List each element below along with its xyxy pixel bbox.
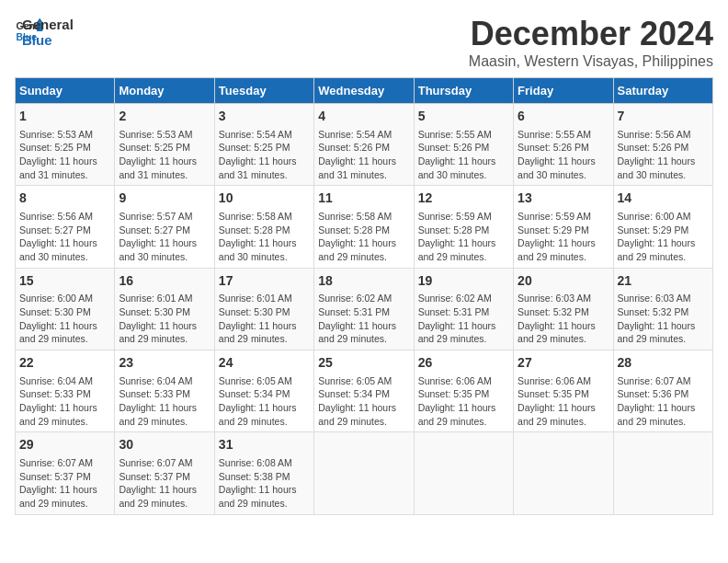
day-number: 9 [119,190,210,208]
col-header-sunday: Sunday [16,78,115,104]
day-number: 15 [19,272,110,291]
calendar-cell: 27Sunrise: 6:06 AMSunset: 5:35 PMDayligh… [514,350,613,432]
day-number: 6 [518,108,609,126]
calendar-cell: 3Sunrise: 5:54 AMSunset: 5:25 PMDaylight… [214,104,313,186]
day-number: 8 [19,190,110,208]
day-info: Sunrise: 6:04 AMSunset: 5:33 PMDaylight:… [119,374,210,429]
day-number: 2 [119,108,210,126]
calendar-cell: 6Sunrise: 5:55 AMSunset: 5:26 PMDaylight… [514,104,613,186]
day-info: Sunrise: 5:53 AMSunset: 5:25 PMDaylight:… [119,128,210,182]
col-header-friday: Friday [514,78,613,104]
day-info: Sunrise: 6:00 AMSunset: 5:29 PMDaylight:… [618,210,709,264]
calendar-cell: 18Sunrise: 6:02 AMSunset: 5:31 PMDayligh… [314,268,414,350]
day-number: 3 [219,108,310,126]
day-info: Sunrise: 6:01 AMSunset: 5:30 PMDaylight:… [119,292,210,346]
day-number: 29 [19,436,110,454]
day-number: 1 [19,108,110,126]
header: General Blue General Blue December 2024 … [15,15,713,70]
week-row-1: 1Sunrise: 5:53 AMSunset: 5:25 PMDaylight… [16,104,713,186]
calendar-cell: 19Sunrise: 6:02 AMSunset: 5:31 PMDayligh… [414,268,513,350]
logo-line1: General [22,17,74,32]
day-info: Sunrise: 6:03 AMSunset: 5:32 PMDaylight:… [618,292,709,346]
col-header-wednesday: Wednesday [314,78,414,104]
day-info: Sunrise: 5:55 AMSunset: 5:26 PMDaylight:… [418,128,509,182]
day-number: 5 [418,108,509,126]
day-number: 18 [318,272,409,291]
calendar-cell: 11Sunrise: 5:58 AMSunset: 5:28 PMDayligh… [314,186,414,268]
logo-line2: Blue [22,32,74,48]
calendar-cell [514,432,613,514]
week-row-4: 22Sunrise: 6:04 AMSunset: 5:33 PMDayligh… [16,350,713,432]
logo: General Blue General Blue [15,15,74,48]
calendar-cell: 14Sunrise: 6:00 AMSunset: 5:29 PMDayligh… [613,186,712,268]
calendar-cell: 31Sunrise: 6:08 AMSunset: 5:38 PMDayligh… [214,432,313,514]
main-title: December 2024 [469,15,713,53]
day-info: Sunrise: 6:01 AMSunset: 5:30 PMDaylight:… [219,292,310,346]
title-area: December 2024 Maasin, Western Visayas, P… [469,15,713,70]
day-number: 7 [618,108,709,126]
calendar-table: SundayMondayTuesdayWednesdayThursdayFrid… [15,77,713,515]
day-info: Sunrise: 6:06 AMSunset: 5:35 PMDaylight:… [518,374,609,429]
col-header-saturday: Saturday [613,78,712,104]
day-info: Sunrise: 6:06 AMSunset: 5:35 PMDaylight:… [418,374,509,429]
week-row-3: 15Sunrise: 6:00 AMSunset: 5:30 PMDayligh… [16,268,713,350]
calendar-cell: 5Sunrise: 5:55 AMSunset: 5:26 PMDaylight… [414,104,513,186]
week-row-5: 29Sunrise: 6:07 AMSunset: 5:37 PMDayligh… [16,432,713,514]
calendar-cell: 8Sunrise: 5:56 AMSunset: 5:27 PMDaylight… [16,186,115,268]
day-info: Sunrise: 6:08 AMSunset: 5:38 PMDaylight:… [219,456,310,511]
calendar-cell: 10Sunrise: 5:58 AMSunset: 5:28 PMDayligh… [214,186,313,268]
subtitle: Maasin, Western Visayas, Philippines [469,53,713,70]
day-info: Sunrise: 6:00 AMSunset: 5:30 PMDaylight:… [19,292,110,346]
calendar-cell: 30Sunrise: 6:07 AMSunset: 5:37 PMDayligh… [115,432,214,514]
day-number: 11 [318,190,409,208]
day-info: Sunrise: 5:54 AMSunset: 5:26 PMDaylight:… [318,128,409,182]
col-header-tuesday: Tuesday [214,78,313,104]
day-number: 27 [518,354,609,373]
day-number: 31 [219,436,310,454]
day-info: Sunrise: 6:05 AMSunset: 5:34 PMDaylight:… [318,374,409,429]
day-info: Sunrise: 6:07 AMSunset: 5:37 PMDaylight:… [19,456,110,511]
day-info: Sunrise: 5:56 AMSunset: 5:26 PMDaylight:… [618,128,709,182]
day-info: Sunrise: 5:59 AMSunset: 5:29 PMDaylight:… [518,210,609,264]
day-info: Sunrise: 5:58 AMSunset: 5:28 PMDaylight:… [219,210,310,264]
calendar-cell: 4Sunrise: 5:54 AMSunset: 5:26 PMDaylight… [314,104,414,186]
calendar-cell: 2Sunrise: 5:53 AMSunset: 5:25 PMDaylight… [115,104,214,186]
day-number: 13 [518,190,609,208]
day-info: Sunrise: 6:02 AMSunset: 5:31 PMDaylight:… [418,292,509,346]
day-number: 22 [19,354,110,373]
day-info: Sunrise: 6:02 AMSunset: 5:31 PMDaylight:… [318,292,409,346]
day-number: 23 [119,354,210,373]
calendar-cell: 26Sunrise: 6:06 AMSunset: 5:35 PMDayligh… [414,350,513,432]
calendar-cell: 17Sunrise: 6:01 AMSunset: 5:30 PMDayligh… [214,268,313,350]
day-info: Sunrise: 5:56 AMSunset: 5:27 PMDaylight:… [19,210,110,264]
day-info: Sunrise: 6:05 AMSunset: 5:34 PMDaylight:… [219,374,310,429]
day-info: Sunrise: 5:53 AMSunset: 5:25 PMDaylight:… [19,128,110,182]
day-number: 24 [219,354,310,373]
day-info: Sunrise: 5:55 AMSunset: 5:26 PMDaylight:… [518,128,609,182]
day-number: 30 [119,436,210,454]
calendar-cell: 21Sunrise: 6:03 AMSunset: 5:32 PMDayligh… [613,268,712,350]
calendar-cell: 16Sunrise: 6:01 AMSunset: 5:30 PMDayligh… [115,268,214,350]
calendar-body: 1Sunrise: 5:53 AMSunset: 5:25 PMDaylight… [16,104,713,515]
calendar-cell: 20Sunrise: 6:03 AMSunset: 5:32 PMDayligh… [514,268,613,350]
calendar-cell: 15Sunrise: 6:00 AMSunset: 5:30 PMDayligh… [16,268,115,350]
col-header-thursday: Thursday [414,78,513,104]
calendar-cell: 28Sunrise: 6:07 AMSunset: 5:36 PMDayligh… [613,350,712,432]
day-number: 19 [418,272,509,291]
day-info: Sunrise: 5:58 AMSunset: 5:28 PMDaylight:… [318,210,409,264]
day-number: 16 [119,272,210,291]
calendar-cell [613,432,712,514]
day-number: 17 [219,272,310,291]
week-row-2: 8Sunrise: 5:56 AMSunset: 5:27 PMDaylight… [16,186,713,268]
day-info: Sunrise: 5:54 AMSunset: 5:25 PMDaylight:… [219,128,310,182]
calendar-cell: 24Sunrise: 6:05 AMSunset: 5:34 PMDayligh… [214,350,313,432]
calendar-cell: 29Sunrise: 6:07 AMSunset: 5:37 PMDayligh… [16,432,115,514]
calendar-cell: 13Sunrise: 5:59 AMSunset: 5:29 PMDayligh… [514,186,613,268]
calendar-header-row: SundayMondayTuesdayWednesdayThursdayFrid… [16,78,713,104]
day-number: 28 [618,354,709,373]
day-info: Sunrise: 6:03 AMSunset: 5:32 PMDaylight:… [518,292,609,346]
calendar-cell: 25Sunrise: 6:05 AMSunset: 5:34 PMDayligh… [314,350,414,432]
day-info: Sunrise: 6:07 AMSunset: 5:36 PMDaylight:… [618,374,709,429]
col-header-monday: Monday [115,78,214,104]
day-number: 12 [418,190,509,208]
